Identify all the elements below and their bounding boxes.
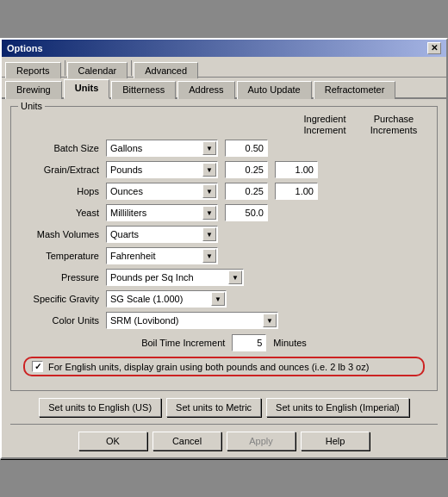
color-units-label: Color Units xyxy=(20,315,106,326)
tab-calendar[interactable]: Calendar xyxy=(67,62,128,78)
tab-divider xyxy=(65,60,65,76)
tab-units[interactable]: Units xyxy=(64,79,110,99)
specific-gravity-row: Specific Gravity SG Scale (1.000)BrixPla… xyxy=(20,290,428,308)
grain-extract-row: Grain/Extract PoundsKilograms ▼ xyxy=(20,161,428,178)
yeast-label: Yeast xyxy=(20,208,106,218)
ingredient-header: IngredientIncrement xyxy=(290,114,359,136)
grain-extract-select[interactable]: PoundsKilograms xyxy=(106,161,218,178)
specific-gravity-label: Specific Gravity xyxy=(20,294,106,304)
hops-increment[interactable] xyxy=(225,183,268,200)
tab-row-1: Reports Calendar Advanced xyxy=(2,57,446,78)
batch-size-select[interactable]: GallonsLiters xyxy=(106,140,218,157)
specific-gravity-select-wrap: SG Scale (1.000)BrixPlato ▼ xyxy=(106,290,227,308)
pressure-select[interactable]: Pounds per Sq InchKilopascals xyxy=(106,269,244,286)
mash-volumes-row: Mash Volumes QuartsLiters ▼ xyxy=(20,226,428,243)
boil-time-input[interactable] xyxy=(232,334,266,351)
yeast-select[interactable]: MillilitersGrams xyxy=(106,204,218,221)
english-checkbox-row: ✓ For English units, display grain using… xyxy=(23,357,425,376)
color-units-select-wrap: SRM (Lovibond)EBC ▼ xyxy=(106,312,278,329)
set-english-button[interactable]: Set units to English (US) xyxy=(39,398,161,417)
tab-bitterness[interactable]: Bitterness xyxy=(111,81,176,99)
batch-size-select-wrap: GallonsLiters ▼ xyxy=(106,140,218,157)
yeast-increment[interactable] xyxy=(225,204,268,221)
unit-buttons-row: Set units to English (US) Set units to M… xyxy=(10,398,438,417)
hops-label: Hops xyxy=(20,186,106,196)
mash-volumes-label: Mash Volumes xyxy=(20,229,106,239)
units-group: Units IngredientIncrement PurchaseIncrem… xyxy=(10,106,438,391)
batch-size-row: Batch Size GallonsLiters ▼ xyxy=(20,140,428,157)
column-headers: IngredientIncrement PurchaseIncrements xyxy=(20,114,428,136)
batch-size-increment[interactable] xyxy=(225,140,268,157)
set-imperial-button[interactable]: Set units to English (Imperial) xyxy=(266,398,409,417)
options-dialog: Options ✕ Reports Calendar Advanced Brew… xyxy=(0,38,448,459)
tab-row-2: Brewing Units Bitterness Address Auto Up… xyxy=(2,78,446,99)
color-units-row: Color Units SRM (Lovibond)EBC ▼ xyxy=(20,312,428,329)
close-button[interactable]: ✕ xyxy=(427,42,441,54)
yeast-select-wrap: MillilitersGrams ▼ xyxy=(106,204,218,221)
boil-time-units: Minutes xyxy=(273,338,307,348)
hops-select-wrap: OuncesGrams ▼ xyxy=(106,183,218,200)
pressure-row: Pressure Pounds per Sq InchKilopascals ▼ xyxy=(20,269,428,286)
yeast-row: Yeast MillilitersGrams ▼ xyxy=(20,204,428,221)
tab-autoupdate[interactable]: Auto Update xyxy=(237,81,312,99)
grain-extract-select-wrap: PoundsKilograms ▼ xyxy=(106,161,218,178)
english-label: For English units, display grain using b… xyxy=(48,362,369,372)
specific-gravity-select[interactable]: SG Scale (1.000)BrixPlato xyxy=(106,290,227,308)
tab-address[interactable]: Address xyxy=(177,81,234,99)
cancel-button[interactable]: Cancel xyxy=(152,432,221,450)
tab-reports[interactable]: Reports xyxy=(5,62,61,78)
temperature-select[interactable]: FahrenheitCelsius xyxy=(106,247,218,264)
hops-select[interactable]: OuncesGrams xyxy=(106,183,218,200)
dialog-buttons-row: OK Cancel Apply Help xyxy=(10,424,438,450)
group-label: Units xyxy=(18,101,45,111)
tab-divider2 xyxy=(131,60,132,76)
temperature-label: Temperature xyxy=(20,251,106,261)
grain-extract-increment[interactable] xyxy=(225,161,268,178)
english-checkbox[interactable]: ✓ xyxy=(32,361,43,372)
pressure-select-wrap: Pounds per Sq InchKilopascals ▼ xyxy=(106,269,244,286)
hops-purchase[interactable] xyxy=(275,183,318,200)
help-button[interactable]: Help xyxy=(301,432,370,450)
temperature-select-wrap: FahrenheitCelsius ▼ xyxy=(106,247,218,264)
pressure-label: Pressure xyxy=(20,272,106,283)
title-bar: Options ✕ xyxy=(2,40,446,57)
window-title: Options xyxy=(7,43,43,53)
tab-content: Units IngredientIncrement PurchaseIncrem… xyxy=(2,99,446,457)
purchase-header: PurchaseIncrements xyxy=(359,114,428,136)
temperature-row: Temperature FahrenheitCelsius ▼ xyxy=(20,247,428,264)
batch-size-label: Batch Size xyxy=(20,143,106,153)
tab-refractometer[interactable]: Refractometer xyxy=(314,81,396,99)
apply-button[interactable]: Apply xyxy=(227,432,296,450)
color-units-select[interactable]: SRM (Lovibond)EBC xyxy=(106,312,278,329)
tab-advanced[interactable]: Advanced xyxy=(134,62,198,78)
ok-button[interactable]: OK xyxy=(78,432,147,450)
set-metric-button[interactable]: Set units to Metric xyxy=(166,398,261,417)
grain-extract-label: Grain/Extract xyxy=(20,165,106,175)
grain-extract-purchase[interactable] xyxy=(275,161,318,178)
tab-brewing[interactable]: Brewing xyxy=(5,81,62,99)
boil-time-row: Boil Time Increment Minutes xyxy=(20,334,428,351)
hops-row: Hops OuncesGrams ▼ xyxy=(20,183,428,200)
mash-volumes-select-wrap: QuartsLiters ▼ xyxy=(106,226,218,243)
boil-time-label: Boil Time Increment xyxy=(141,338,225,348)
mash-volumes-select[interactable]: QuartsLiters xyxy=(106,226,218,243)
